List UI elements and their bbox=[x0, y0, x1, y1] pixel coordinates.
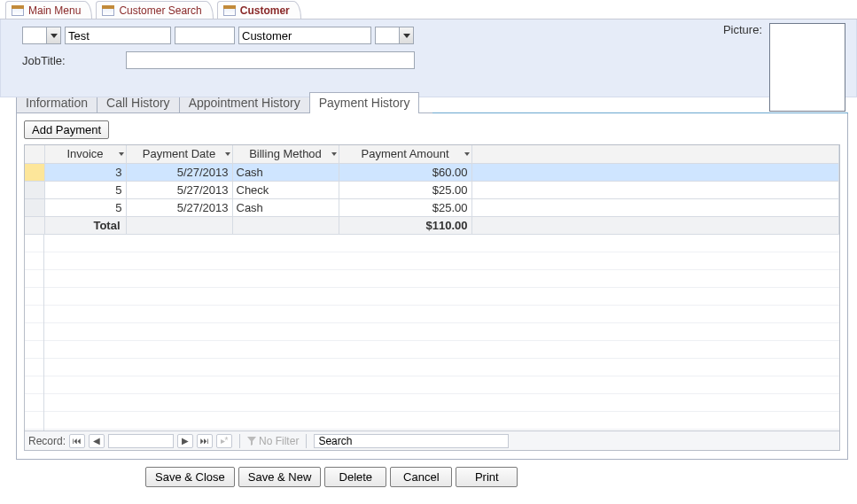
grid-total-row: Total $110.00 bbox=[25, 216, 839, 234]
table-row[interactable]: 55/27/2013Check$25.00 bbox=[25, 181, 839, 198]
record-navigator: Record: ⏮ ◀ ▶ ⏭ ▸* No Filter bbox=[25, 430, 839, 450]
window-tab-customer-search[interactable]: Customer Search bbox=[96, 1, 213, 19]
print-button[interactable]: Print bbox=[456, 467, 518, 487]
row-header[interactable] bbox=[25, 163, 44, 181]
table-row[interactable]: 55/27/2013Cash$25.00 bbox=[25, 198, 839, 216]
customer-header: JobTitle: Picture: bbox=[0, 19, 857, 97]
save-new-button[interactable]: Save & New bbox=[238, 467, 322, 487]
window-tab-customer[interactable]: Customer bbox=[217, 1, 301, 19]
delete-button[interactable]: Delete bbox=[324, 467, 386, 487]
payment-history-panel: Add Payment Invoice Payment Date B bbox=[16, 112, 848, 460]
recnav-new-button[interactable]: ▸* bbox=[216, 434, 232, 448]
middle-field[interactable] bbox=[175, 27, 235, 44]
select-all-cell[interactable] bbox=[25, 145, 44, 163]
col-label: Billing Method bbox=[249, 147, 322, 160]
row-header[interactable] bbox=[25, 181, 44, 198]
picture-label: Picture: bbox=[723, 23, 762, 36]
tab-label: Call History bbox=[106, 96, 170, 110]
recnav-search-input[interactable] bbox=[314, 434, 509, 448]
window-tab-main-menu[interactable]: Main Menu bbox=[5, 1, 92, 19]
cell-date[interactable]: 5/27/2013 bbox=[126, 181, 232, 198]
cell-invoice[interactable]: 5 bbox=[44, 198, 126, 216]
col-payment-amount[interactable]: Payment Amount bbox=[339, 145, 471, 163]
grid-header-row: Invoice Payment Date Billing Method Paym… bbox=[25, 145, 839, 163]
window-tabbar: Main Menu Customer Search Customer bbox=[0, 0, 857, 19]
prefix-combo[interactable] bbox=[22, 27, 61, 44]
col-label: Payment Amount bbox=[362, 147, 449, 160]
cell-invoice[interactable]: 5 bbox=[44, 181, 126, 198]
recnav-first-button[interactable]: ⏮ bbox=[69, 434, 85, 448]
form-icon bbox=[102, 5, 114, 16]
recnav-next-button[interactable]: ▶ bbox=[177, 434, 193, 448]
tab-label: Payment History bbox=[319, 96, 410, 110]
recnav-position-box[interactable] bbox=[108, 434, 174, 448]
tab-label: Appointment History bbox=[189, 96, 300, 110]
total-amount: $110.00 bbox=[339, 216, 471, 234]
chevron-down-icon bbox=[331, 152, 337, 156]
col-label: Payment Date bbox=[143, 147, 215, 160]
chevron-down-icon bbox=[46, 27, 60, 43]
recnav-filter-label: No Filter bbox=[259, 435, 299, 447]
window-tab-label: Customer bbox=[240, 4, 290, 17]
cell-amount[interactable]: $60.00 bbox=[339, 163, 471, 181]
cell-method[interactable]: Cash bbox=[232, 198, 339, 216]
jobtitle-field[interactable] bbox=[126, 51, 415, 69]
col-invoice[interactable]: Invoice bbox=[44, 145, 126, 163]
recnav-label: Record: bbox=[28, 435, 66, 447]
row-header[interactable] bbox=[25, 198, 44, 216]
recnav-last-button[interactable]: ⏭ bbox=[197, 434, 213, 448]
cell-method[interactable]: Cash bbox=[232, 163, 339, 181]
save-close-button[interactable]: Save & Close bbox=[145, 467, 235, 487]
total-label: Total bbox=[44, 216, 126, 234]
tab-payment-history[interactable]: Payment History bbox=[309, 92, 420, 113]
grid-empty-area bbox=[25, 235, 839, 431]
col-label: Invoice bbox=[66, 147, 103, 160]
cancel-button[interactable]: Cancel bbox=[390, 467, 452, 487]
chevron-down-icon bbox=[225, 152, 230, 156]
payments-grid: Invoice Payment Date Billing Method Paym… bbox=[24, 144, 840, 451]
cell-spacer bbox=[471, 198, 839, 216]
form-icon bbox=[223, 5, 236, 16]
cell-spacer bbox=[471, 181, 839, 198]
window-tab-label: Customer Search bbox=[119, 4, 201, 17]
col-spacer bbox=[471, 145, 839, 163]
cell-date[interactable]: 5/27/2013 bbox=[126, 198, 232, 216]
chevron-down-icon bbox=[119, 152, 124, 156]
cell-date[interactable]: 5/27/2013 bbox=[126, 163, 232, 181]
table-row[interactable]: 35/27/2013Cash$60.00 bbox=[25, 163, 839, 181]
tab-label: Information bbox=[26, 96, 88, 110]
picture-frame[interactable] bbox=[769, 23, 845, 112]
funnel-icon bbox=[247, 437, 256, 446]
recnav-filter-indicator[interactable]: No Filter bbox=[247, 435, 299, 447]
cell-method[interactable]: Check bbox=[232, 181, 339, 198]
chevron-down-icon bbox=[399, 27, 413, 43]
cell-amount[interactable]: $25.00 bbox=[339, 198, 471, 216]
last-name-field[interactable] bbox=[238, 27, 371, 44]
cell-spacer bbox=[471, 163, 839, 181]
jobtitle-label: JobTitle: bbox=[22, 54, 66, 67]
col-billing-method[interactable]: Billing Method bbox=[232, 145, 339, 163]
chevron-down-icon bbox=[464, 152, 470, 156]
window-tab-label: Main Menu bbox=[28, 4, 81, 17]
add-payment-button[interactable]: Add Payment bbox=[24, 120, 109, 139]
form-action-bar: Save & Close Save & New Delete Cancel Pr… bbox=[145, 467, 857, 487]
col-payment-date[interactable]: Payment Date bbox=[126, 145, 232, 163]
cell-invoice[interactable]: 3 bbox=[44, 163, 126, 181]
recnav-prev-button[interactable]: ◀ bbox=[89, 434, 105, 448]
cell-amount[interactable]: $25.00 bbox=[339, 181, 471, 198]
form-icon bbox=[12, 5, 24, 16]
suffix-combo[interactable] bbox=[375, 27, 414, 44]
first-name-field[interactable] bbox=[65, 27, 171, 44]
